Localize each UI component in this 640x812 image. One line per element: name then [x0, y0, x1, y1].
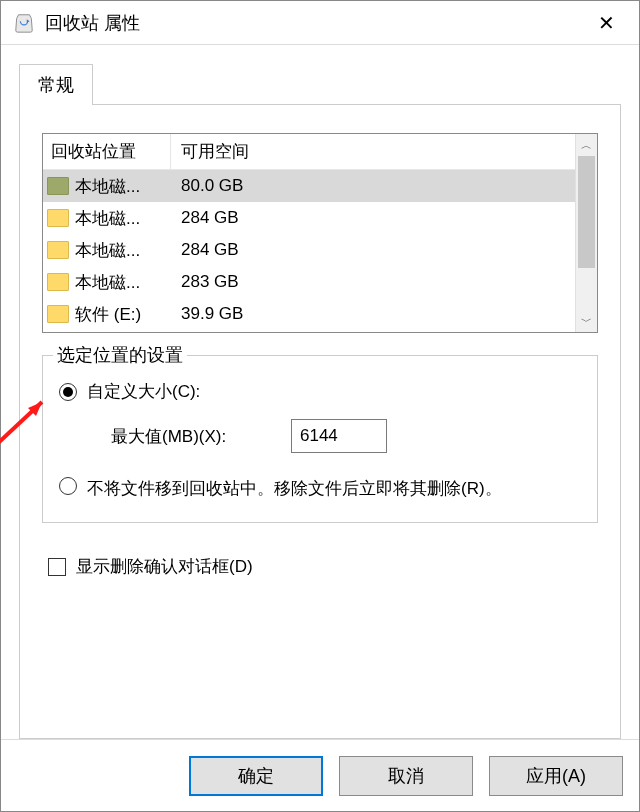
cancel-button[interactable]: 取消: [339, 756, 473, 796]
drive-name: 软件 (E:): [75, 303, 171, 326]
drive-list: 回收站位置 可用空间 本地磁...80.0 GB本地磁...284 GB本地磁.…: [42, 133, 598, 333]
tab-general[interactable]: 常规: [19, 64, 93, 105]
client-area: 常规 回收站位置 可用空间 本地磁...80.0 GB本地磁...284 GB本…: [1, 45, 639, 739]
drive-name: 本地磁...: [75, 207, 171, 230]
window-title: 回收站 属性: [45, 11, 583, 35]
radio-custom-size[interactable]: [59, 383, 77, 401]
radio-no-recycle-label: 不将文件移到回收站中。移除文件后立即将其删除(R)。: [87, 477, 502, 500]
radio-no-recycle-row[interactable]: 不将文件移到回收站中。移除文件后立即将其删除(R)。: [59, 477, 581, 500]
max-size-row: 最大值(MB)(X):: [111, 419, 581, 453]
confirm-delete-row[interactable]: 显示删除确认对话框(D): [48, 555, 598, 578]
drive-space: 39.9 GB: [171, 304, 243, 324]
drive-name: 本地磁...: [75, 271, 171, 294]
recycle-bin-icon: [13, 12, 35, 34]
table-row[interactable]: 软件 (E:)39.9 GB: [43, 298, 575, 330]
dialog-footer: 确定 取消 应用(A): [1, 739, 639, 811]
scrollbar[interactable]: ︿ ﹀: [575, 134, 597, 332]
radio-custom-size-row[interactable]: 自定义大小(C):: [59, 380, 581, 403]
dialog-window: 回收站 属性 ✕ 常规 回收站位置 可用空间 本地磁...80.0 GB本地磁.…: [0, 0, 640, 812]
drive-space: 284 GB: [171, 208, 239, 228]
drive-name: 本地磁...: [75, 175, 171, 198]
group-title: 选定位置的设置: [53, 343, 187, 367]
table-row[interactable]: 本地磁...80.0 GB: [43, 170, 575, 202]
drive-icon: [47, 209, 69, 227]
max-size-input[interactable]: [291, 419, 387, 453]
scroll-thumb[interactable]: [578, 156, 595, 268]
column-header-space[interactable]: 可用空间: [171, 134, 575, 169]
tab-strip: 常规: [19, 63, 621, 104]
radio-custom-size-label: 自定义大小(C):: [87, 380, 200, 403]
drive-icon: [47, 241, 69, 259]
max-size-label: 最大值(MB)(X):: [111, 425, 291, 448]
list-header: 回收站位置 可用空间: [43, 134, 575, 170]
titlebar: 回收站 属性 ✕: [1, 1, 639, 45]
settings-group: 选定位置的设置 自定义大小(C): 最大值(MB)(X): 不将文件移到回收站中…: [42, 355, 598, 523]
drive-space: 80.0 GB: [171, 176, 243, 196]
radio-no-recycle[interactable]: [59, 477, 77, 495]
drive-name: 本地磁...: [75, 239, 171, 262]
close-button[interactable]: ✕: [583, 1, 629, 45]
apply-button[interactable]: 应用(A): [489, 756, 623, 796]
confirm-delete-label: 显示删除确认对话框(D): [76, 555, 253, 578]
column-header-location[interactable]: 回收站位置: [43, 134, 171, 169]
drive-icon: [47, 305, 69, 323]
table-row[interactable]: 本地磁...283 GB: [43, 266, 575, 298]
table-row[interactable]: 本地磁...284 GB: [43, 234, 575, 266]
drive-space: 283 GB: [171, 272, 239, 292]
scroll-down-button[interactable]: ﹀: [576, 310, 597, 332]
drive-icon: [47, 273, 69, 291]
ok-button[interactable]: 确定: [189, 756, 323, 796]
tab-panel-general: 回收站位置 可用空间 本地磁...80.0 GB本地磁...284 GB本地磁.…: [19, 104, 621, 739]
table-row[interactable]: 本地磁...284 GB: [43, 202, 575, 234]
drive-icon: [47, 177, 69, 195]
drive-space: 284 GB: [171, 240, 239, 260]
scroll-track[interactable]: [576, 156, 597, 310]
confirm-delete-checkbox[interactable]: [48, 558, 66, 576]
list-content: 回收站位置 可用空间 本地磁...80.0 GB本地磁...284 GB本地磁.…: [43, 134, 575, 332]
scroll-up-button[interactable]: ︿: [576, 134, 597, 156]
